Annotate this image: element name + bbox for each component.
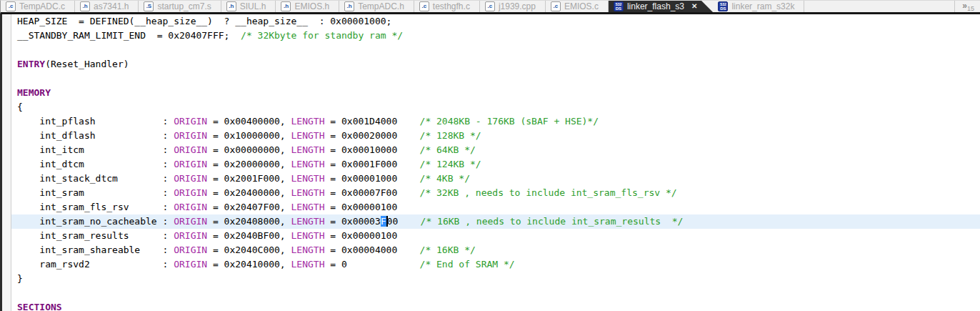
code-keyword: LENGTH bbox=[291, 245, 325, 255]
code-line[interactable]: __STANDBY_RAM_LIMIT_END = 0x20407FFF; /*… bbox=[2, 29, 980, 43]
code-text: = 0x2040BF00, bbox=[207, 230, 291, 241]
tab-TempADC.c[interactable]: .cTempADC.c bbox=[1, 1, 75, 12]
code-comment: /* 124KB */ bbox=[420, 159, 481, 169]
code-line[interactable]: int_pflash : ORIGIN = 0x00400000, LENGTH… bbox=[2, 114, 980, 129]
code-line[interactable]: HEAP_SIZE = DEFINED(__heap_size__) ? __h… bbox=[2, 14, 980, 29]
code-text: = 0x00000000, bbox=[207, 144, 291, 155]
tab-j1939.cpp[interactable]: .cj1939.cpp bbox=[480, 1, 546, 12]
code-text: int_stack_dtcm : bbox=[17, 173, 174, 184]
code-text: int_sram_results : bbox=[17, 230, 174, 241]
h-file-icon: .h bbox=[281, 1, 291, 11]
code-text: int_sram_no_cacheable : bbox=[17, 216, 174, 227]
code-line[interactable] bbox=[2, 286, 980, 300]
tab-label: linker_ram_s32k bbox=[731, 1, 794, 11]
code-text: ram_rsvd2 : bbox=[17, 259, 174, 270]
c-file-icon: .c bbox=[6, 1, 16, 11]
code-text: = 0x00007F00 bbox=[325, 187, 420, 198]
tab-overflow-button[interactable]: » 15 bbox=[954, 1, 980, 12]
code-line[interactable]: int_sram_results : ORIGIN = 0x2040BF00, … bbox=[2, 229, 980, 243]
code-line[interactable]: int_sram_shareable : ORIGIN = 0x2040C000… bbox=[2, 243, 980, 257]
code-line[interactable] bbox=[2, 71, 980, 86]
code-area[interactable]: HEAP_SIZE = DEFINED(__heap_size__) ? __h… bbox=[2, 14, 980, 311]
code-keyword: LENGTH bbox=[291, 259, 325, 270]
code-keyword: LENGTH bbox=[291, 116, 325, 127]
code-keyword: LENGTH bbox=[291, 144, 325, 155]
s32ds-file-icon: S32DS bbox=[614, 1, 624, 11]
tab-overflow-count: 15 bbox=[967, 5, 974, 12]
code-text: 00 bbox=[387, 216, 421, 227]
code-keyword: ORIGIN bbox=[174, 216, 207, 227]
code-line[interactable]: int_dtcm : ORIGIN = 0x20000000, LENGTH =… bbox=[2, 157, 980, 172]
code-text: = 0x00000100 bbox=[325, 230, 398, 241]
code-line[interactable]: int_stack_dtcm : ORIGIN = 0x2001F000, LE… bbox=[2, 172, 980, 186]
code-text: = 0x20400000, bbox=[207, 187, 291, 198]
code-line[interactable]: ram_rsvd2 : ORIGIN = 0x20410000, LENGTH … bbox=[2, 257, 980, 272]
code-line[interactable]: MEMORY bbox=[2, 86, 980, 100]
tab-linker_flash_s3[interactable]: S32DSlinker_flash_s3✕ bbox=[609, 1, 701, 12]
code-text: int_dflash : bbox=[17, 130, 174, 141]
code-line[interactable] bbox=[2, 43, 980, 57]
close-icon[interactable]: ✕ bbox=[691, 3, 697, 10]
code-keyword: ORIGIN bbox=[174, 144, 207, 155]
code-text: int_sram_shareable : bbox=[17, 245, 174, 255]
code-text: = 0x00010000 bbox=[325, 144, 420, 155]
code-keyword: LENGTH bbox=[291, 202, 325, 212]
code-comment: /* 16KB , needs to include int_sram_resu… bbox=[421, 216, 684, 227]
tab-SIUL.h[interactable]: .hSIUL.h bbox=[221, 1, 276, 12]
code-text: = 0x00000100 bbox=[325, 202, 398, 212]
c-file-icon: .c bbox=[485, 1, 495, 11]
tab-EMIOS.h[interactable]: .hEMIOS.h bbox=[276, 1, 339, 12]
tab-testhgfh.c[interactable]: .ctesthgfh.c bbox=[414, 1, 480, 12]
code-line[interactable]: int_dflash : ORIGIN = 0x10000000, LENGTH… bbox=[2, 129, 980, 143]
code-keyword: MEMORY bbox=[17, 87, 51, 98]
code-line[interactable]: int_itcm : ORIGIN = 0x00000000, LENGTH =… bbox=[2, 143, 980, 157]
tab-label: TempADC.h bbox=[358, 1, 404, 11]
code-text: = 0x001D4000 bbox=[325, 116, 420, 127]
selected-text: F bbox=[381, 216, 386, 227]
code-line[interactable]: ENTRY(Reset_Handler) bbox=[2, 57, 980, 71]
code-text: { bbox=[17, 102, 23, 112]
tab-EMIOS.c[interactable]: .cEMIOS.c bbox=[546, 1, 609, 12]
code-keyword: ORIGIN bbox=[174, 159, 207, 169]
code-text: = 0x00001000 bbox=[325, 173, 420, 184]
asm-file-icon: .S bbox=[144, 1, 154, 11]
code-keyword: LENGTH bbox=[291, 173, 325, 184]
code-line[interactable]: } bbox=[2, 272, 980, 286]
code-text: = 0x20410000, bbox=[207, 259, 291, 270]
tab-bar: .cTempADC.c.has7341.h.Sstartup_cm7.s.hSI… bbox=[0, 0, 980, 14]
code-text: } bbox=[17, 273, 23, 284]
tab-label: linker_flash_s3 bbox=[627, 1, 684, 11]
code-comment: /* 2048KB - 176KB (sBAF + HSE)*/ bbox=[420, 116, 599, 127]
code-text: __STANDBY_RAM_LIMIT_END = 0x20407FFF; bbox=[17, 30, 241, 41]
code-comment: /* 4KB */ bbox=[420, 173, 470, 184]
code-keyword: ORIGIN bbox=[174, 173, 207, 184]
code-line-current[interactable]: int_sram_no_cacheable : ORIGIN = 0x20408… bbox=[2, 214, 980, 229]
code-comment: /* 64KB */ bbox=[420, 144, 476, 155]
code-keyword: LENGTH bbox=[291, 230, 325, 241]
tab-startup_cm7.s[interactable]: .Sstartup_cm7.s bbox=[139, 1, 221, 12]
tab-label: testhgfh.c bbox=[433, 1, 470, 11]
code-keyword: LENGTH bbox=[291, 159, 325, 169]
tab-label: as7341.h bbox=[94, 1, 129, 11]
code-text: int_itcm : bbox=[17, 144, 174, 155]
code-comment: /* 32KB , needs to include int_sram_fls_… bbox=[420, 187, 677, 198]
code-line[interactable]: int_sram : ORIGIN = 0x20400000, LENGTH =… bbox=[2, 186, 980, 200]
code-line[interactable]: { bbox=[2, 100, 980, 114]
code-line[interactable]: int_sram_fls_rsv : ORIGIN = 0x20407F00, … bbox=[2, 200, 980, 214]
tab-linker_ram_s32k[interactable]: S32DSlinker_ram_s32k bbox=[713, 1, 804, 12]
code-keyword: ORIGIN bbox=[174, 130, 207, 141]
code-keyword: ORIGIN bbox=[174, 245, 207, 255]
code-keyword: ORIGIN bbox=[174, 259, 207, 270]
code-text: = 0x00400000, bbox=[207, 116, 291, 127]
s32ds-file-icon: S32DS bbox=[718, 1, 728, 11]
code-text: = 0x2040C000, bbox=[207, 245, 291, 255]
code-text: = 0x00003 bbox=[325, 216, 381, 227]
tab-as7341.h[interactable]: .has7341.h bbox=[75, 1, 139, 12]
tab-label: SIUL.h bbox=[240, 1, 266, 11]
code-line[interactable]: SECTIONS bbox=[2, 300, 980, 311]
editor-gutter bbox=[2, 14, 11, 311]
tab-TempADC.h[interactable]: .hTempADC.h bbox=[339, 1, 414, 12]
chevron-overflow-icon: » bbox=[962, 1, 967, 10]
code-text: = 0x2001F000, bbox=[207, 173, 291, 184]
code-keyword: ORIGIN bbox=[174, 187, 207, 198]
